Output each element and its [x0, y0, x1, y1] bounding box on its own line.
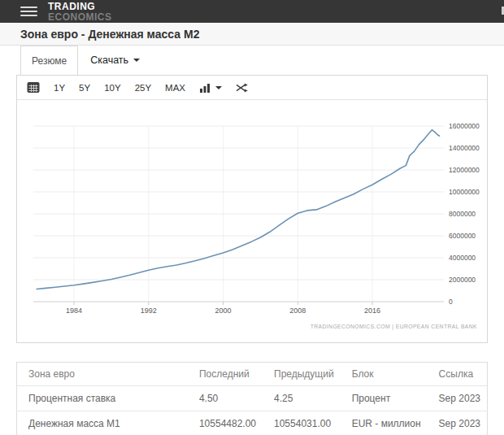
column-header: Зона евро: [17, 363, 188, 386]
table-cell: Sep 2023: [428, 411, 488, 435]
table-cell: Sep 2023: [428, 386, 488, 411]
logo-line2: ECONOMICS: [48, 12, 112, 22]
table-cell: 4.25: [263, 386, 341, 411]
chart-toolbar: 1Y 5Y 10Y 25Y MAX: [17, 76, 487, 100]
title-bar: Зона евро - Денежная масса M2: [0, 23, 504, 46]
chevron-down-icon: [215, 86, 222, 89]
table-row: Процентная ставка4.504.25ПроцентSep 2023: [17, 386, 488, 411]
chevron-down-icon: [133, 59, 140, 62]
shuffle-compare-icon: [236, 83, 249, 93]
svg-text:16000000: 16000000: [449, 122, 480, 130]
svg-text:2016: 2016: [364, 307, 380, 315]
column-header: Ссылка: [428, 363, 488, 386]
m2-line-chart[interactable]: 1984199220002008201602000000400000060000…: [17, 100, 487, 342]
svg-text:2000000: 2000000: [449, 276, 476, 284]
svg-text:12000000: 12000000: [449, 166, 480, 174]
column-header: Блок: [341, 363, 428, 386]
indicators-table: Зона евроПоследнийПредыдущийБлокСсылка П…: [16, 362, 488, 435]
svg-text:6000000: 6000000: [449, 232, 476, 240]
table-cell: 4.50: [188, 386, 263, 411]
calendar-icon: [27, 81, 40, 94]
bar-chart-icon: [199, 83, 211, 93]
logo-line1: TRADING: [48, 2, 112, 11]
svg-text:1992: 1992: [141, 307, 157, 315]
tab-summary[interactable]: Резюме: [20, 46, 78, 75]
range-button-25y[interactable]: 25Y: [135, 83, 151, 93]
indicators-table-wrap: Зона евроПоследнийПредыдущийБлокСсылка П…: [16, 362, 488, 435]
svg-text:10000000: 10000000: [449, 188, 480, 196]
range-button-5y[interactable]: 5Y: [79, 83, 90, 93]
hamburger-menu-icon[interactable]: [20, 4, 37, 19]
svg-text:14000000: 14000000: [449, 144, 480, 152]
chart-panel: 1Y 5Y 10Y 25Y MAX 1984199220002008: [16, 75, 488, 343]
top-header: TRADING ECONOMICS: [0, 0, 504, 23]
svg-text:2000: 2000: [215, 307, 231, 315]
svg-text:8000000: 8000000: [449, 210, 476, 218]
chart-area: 1984199220002008201602000000400000060000…: [17, 100, 487, 342]
page-title: Зона евро - Денежная масса M2: [20, 28, 199, 41]
svg-text:TRADINGECONOMICS.COM | EUROPEA: TRADINGECONOMICS.COM | EUROPEAN CENTRAL …: [311, 324, 477, 330]
svg-text:1984: 1984: [66, 307, 82, 315]
range-button-10y[interactable]: 10Y: [104, 83, 120, 93]
table-cell: EUR - миллион: [341, 411, 428, 435]
table-row: Денежная масса M110554482.0010554031.00E…: [17, 411, 488, 435]
calendar-button[interactable]: [27, 81, 40, 94]
table-cell: 10554031.00: [263, 411, 341, 435]
compare-button[interactable]: [236, 83, 249, 93]
svg-text:0: 0: [449, 298, 453, 306]
column-header: Последний: [188, 363, 263, 386]
table-cell: Процент: [341, 386, 428, 411]
tabs-row: Резюме Скачать: [0, 46, 504, 75]
svg-text:4000000: 4000000: [449, 254, 476, 262]
column-header: Предыдущий: [263, 363, 341, 386]
download-dropdown[interactable]: Скачать: [80, 46, 150, 75]
tab-summary-label: Резюме: [32, 55, 67, 67]
table-cell: 10554482.00: [188, 411, 263, 435]
svg-text:2008: 2008: [289, 307, 306, 315]
indicator-link[interactable]: Процентная ставка: [17, 386, 188, 411]
table-body: Процентная ставка4.504.25ПроцентSep 2023…: [17, 386, 488, 435]
trading-economics-logo[interactable]: TRADING ECONOMICS: [48, 2, 112, 22]
table-header-row: Зона евроПоследнийПредыдущийБлокСсылка: [17, 363, 488, 386]
download-label: Скачать: [90, 54, 128, 66]
range-button-1y[interactable]: 1Y: [54, 83, 65, 93]
indicator-link[interactable]: Денежная масса M1: [17, 411, 188, 435]
chart-type-dropdown[interactable]: [199, 83, 222, 93]
range-button-max[interactable]: MAX: [165, 83, 185, 93]
